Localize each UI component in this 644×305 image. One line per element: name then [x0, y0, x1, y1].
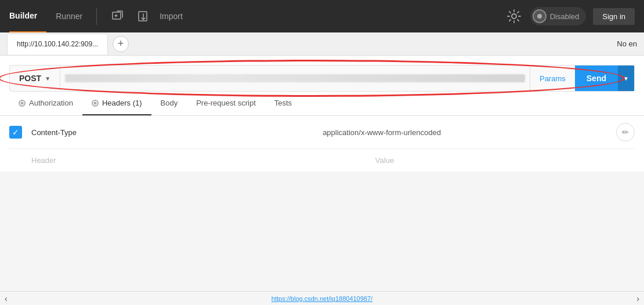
new-header-row: Header Value [9, 149, 635, 172]
toggle-dot-icon [533, 9, 547, 23]
topbar-right: Disabled Sign in [505, 7, 635, 26]
headers-tab-label: Headers (1) [102, 99, 142, 107]
topbar-icons [108, 7, 153, 26]
url-input-blur [65, 74, 525, 82]
sub-tabs: Authorization Headers (1) Body Pre-reque… [0, 92, 644, 116]
send-dropdown-arrow[interactable]: ▼ [618, 66, 634, 91]
scroll-left-arrow[interactable]: ‹ [5, 294, 8, 303]
header-checkbox[interactable]: ✓ [9, 126, 22, 139]
runner-tab[interactable]: Runner [46, 0, 92, 32]
authorization-tab-label: Authorization [29, 99, 73, 107]
content-area: ✓ Content-Type application/x-www-form-ur… [0, 116, 644, 172]
bottom-bar: ‹ https://blog.csdn.net/iq1880410987/ › [0, 291, 644, 305]
tab-authorization[interactable]: Authorization [9, 92, 82, 115]
import-icon[interactable] [134, 7, 153, 26]
body-tab-label: Body [161, 99, 178, 107]
settings-icon[interactable] [505, 7, 523, 26]
pre-request-tab-label: Pre-request script [196, 99, 256, 107]
edit-header-button[interactable]: ✏ [616, 123, 635, 141]
authorization-radio [19, 100, 26, 107]
bottom-link[interactable]: https://blog.csdn.net/iq1880410987/ [272, 295, 372, 302]
send-button[interactable]: Send [575, 66, 618, 91]
new-tab-icon[interactable] [108, 7, 127, 26]
request-container: POST ▼ Params Send ▼ [0, 56, 644, 92]
header-value: application/x-www-form-urlencoded [157, 128, 607, 137]
tab-headers[interactable]: Headers (1) [82, 92, 151, 115]
tab-bar: http://10.100.140.22:909... + No en [0, 32, 644, 56]
disabled-label: Disabled [550, 12, 580, 21]
import-label[interactable]: Import [160, 12, 183, 21]
current-tab[interactable]: http://10.100.140.22:909... [7, 34, 108, 55]
tab-body[interactable]: Body [151, 92, 187, 115]
scroll-right-arrow[interactable]: › [636, 294, 639, 303]
header-row: ✓ Content-Type application/x-www-form-ur… [9, 116, 635, 149]
params-button[interactable]: Params [530, 66, 575, 91]
method-label: POST [19, 74, 41, 83]
tab-pre-request[interactable]: Pre-request script [187, 92, 265, 115]
new-header-key-placeholder[interactable]: Header [9, 156, 125, 165]
add-tab-button[interactable]: + [113, 36, 129, 52]
new-header-value-placeholder[interactable]: Value [135, 156, 635, 165]
topbar: Builder Runner Import [0, 0, 644, 32]
disabled-toggle[interactable]: Disabled [530, 7, 587, 26]
tests-tab-label: Tests [274, 99, 292, 107]
svg-point-2 [512, 14, 516, 19]
tab-tests[interactable]: Tests [265, 92, 301, 115]
no-env-label: No en [617, 39, 644, 48]
header-key: Content-Type [31, 128, 147, 137]
headers-radio [92, 100, 99, 107]
request-row: POST ▼ Params Send ▼ [9, 65, 635, 92]
method-dropdown-arrow: ▼ [45, 75, 50, 82]
method-selector[interactable]: POST ▼ [10, 66, 60, 91]
builder-tab[interactable]: Builder [9, 0, 46, 32]
sign-in-button[interactable]: Sign in [593, 8, 635, 25]
topbar-divider [96, 8, 97, 25]
